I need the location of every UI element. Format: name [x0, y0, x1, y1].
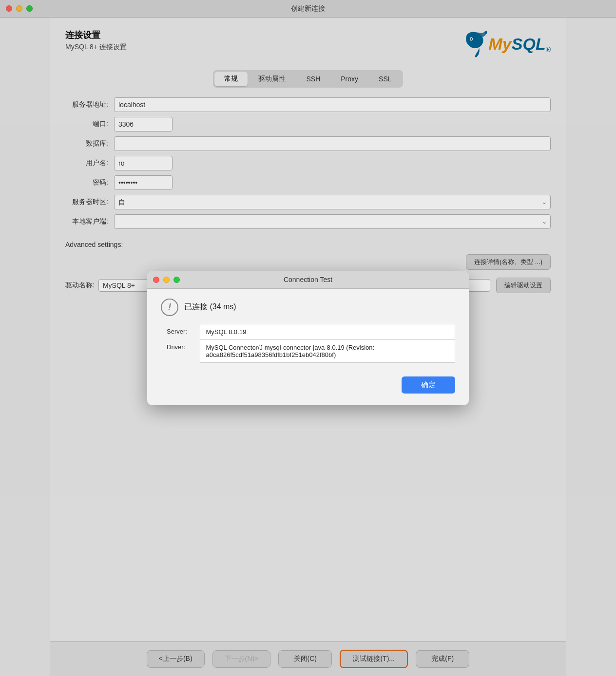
dialog-max-btn[interactable] [173, 277, 180, 283]
dialog-ok-button[interactable]: 确定 [402, 376, 455, 394]
dialog-driver-value: MySQL Connector/J mysql-connector-java-8… [200, 339, 455, 362]
dialog-body: ! 已连接 (34 ms) Server: MySQL 8.0.19 Drive… [147, 289, 469, 405]
dialog-server-label: Server: [161, 324, 200, 339]
dialog-footer: 确定 [161, 373, 455, 395]
dialog-result-table: Server: MySQL 8.0.19 Driver: MySQL Conne… [161, 324, 455, 363]
dialog-close-btn[interactable] [153, 277, 159, 283]
dialog-server-row: Server: MySQL 8.0.19 [161, 324, 455, 339]
dialog-driver-label: Driver: [161, 339, 200, 362]
dialog-controls [153, 277, 180, 283]
info-icon: ! [161, 299, 178, 316]
dialog-status-text: 已连接 (34 ms) [184, 302, 236, 312]
dialog-title: Connection Test [284, 276, 332, 283]
modal-backdrop: Connection Test ! 已连接 (34 ms) Server: My… [0, 0, 616, 676]
connection-test-dialog: Connection Test ! 已连接 (34 ms) Server: My… [147, 271, 469, 405]
dialog-titlebar: Connection Test [147, 271, 469, 289]
dialog-status-row: ! 已连接 (34 ms) [161, 299, 455, 316]
dialog-driver-row: Driver: MySQL Connector/J mysql-connecto… [161, 339, 455, 362]
dialog-server-value: MySQL 8.0.19 [200, 324, 455, 339]
dialog-min-btn[interactable] [163, 277, 170, 283]
